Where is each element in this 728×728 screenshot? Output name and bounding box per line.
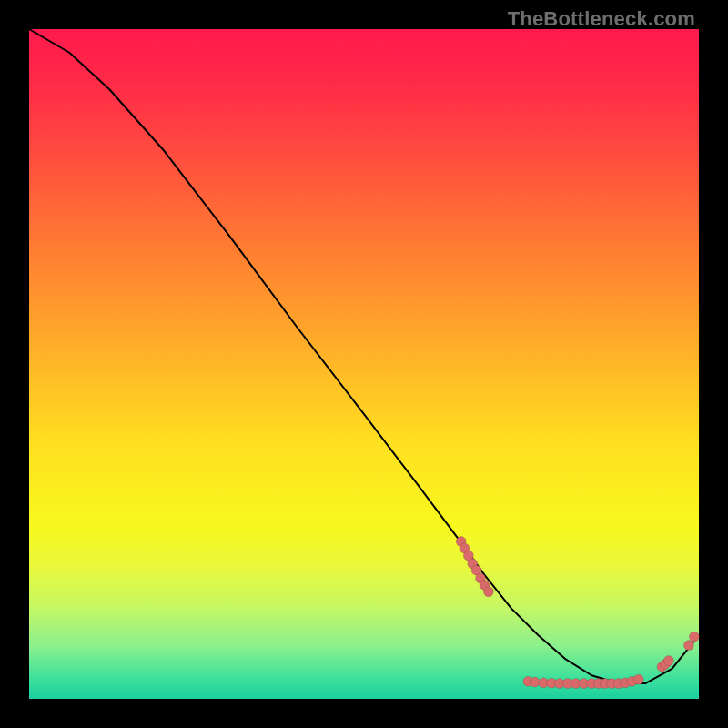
bottleneck-curve [29,29,699,683]
tail-pair-dot [689,632,699,642]
flat-run-dot [633,674,643,684]
chart-frame: TheBottleneck.com [0,0,728,728]
tail-pair-dot [683,641,693,651]
plot-area [29,29,699,699]
right-cluster-dot [663,656,673,666]
curve-svg [29,29,699,699]
watermark-text: TheBottleneck.com [508,7,695,31]
left-cluster-dot [483,587,493,597]
flat-run-dot [530,677,540,687]
